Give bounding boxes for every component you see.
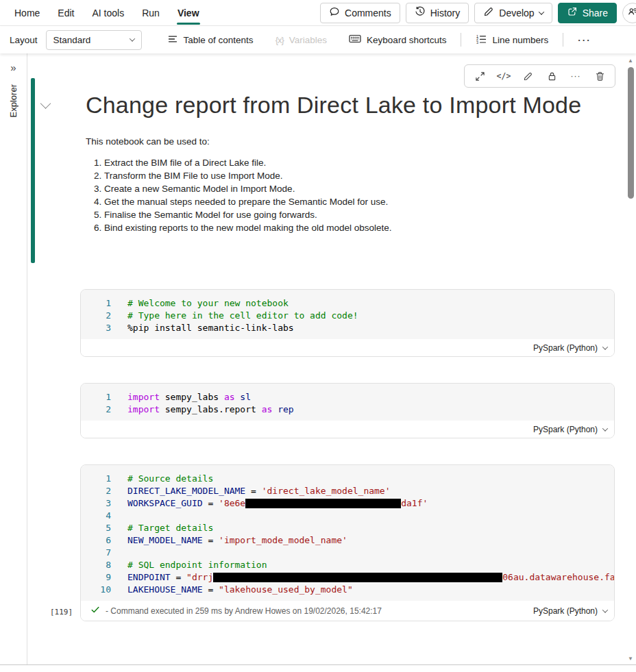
chevron-down-icon <box>40 98 51 109</box>
people-icon <box>626 5 636 20</box>
scroll-down-arrow[interactable]: ▼ <box>628 656 633 662</box>
menu-item-edit[interactable]: Edit <box>49 0 83 25</box>
people-button[interactable] <box>622 3 636 23</box>
line-numbers-label: Line numbers <box>492 35 548 45</box>
chevron-down-icon <box>129 36 134 41</box>
execution-count: [119] <box>50 608 73 617</box>
comment-icon <box>329 6 340 19</box>
chevron-down-icon <box>602 607 608 612</box>
markdown-intro: This notebook can be used to: <box>86 136 594 147</box>
layout-label: Layout <box>10 35 38 45</box>
code-line[interactable]: 1import sempy_labs as sl <box>81 391 614 403</box>
toolbar-separator <box>563 33 563 47</box>
code-line[interactable]: 4 <box>81 510 614 522</box>
line-number: 9 <box>81 571 111 584</box>
keyboard-shortcuts-label: Keyboard shortcuts <box>367 35 446 45</box>
code-line[interactable]: 3WORKSPACE_GUID = '8e6eda1f' <box>81 497 614 510</box>
code-editor[interactable]: 1import sempy_labs as sl2import sempy_la… <box>81 384 614 421</box>
code-line[interactable]: 5# Target details <box>81 522 614 534</box>
markdown-step: Extract the BIM file of a Direct Lake fi… <box>104 156 594 169</box>
scroll-up-arrow[interactable]: ▲ <box>628 58 633 64</box>
code-line[interactable]: 1# Source details <box>81 473 614 485</box>
code-line[interactable]: 7 <box>81 547 614 559</box>
menu-item-view[interactable]: View <box>169 0 208 25</box>
expand-pane-icon[interactable]: » <box>10 62 16 73</box>
share-button[interactable]: Share <box>558 3 617 23</box>
code-line[interactable]: 8# SQL endpoint information <box>81 559 614 571</box>
line-number: 7 <box>81 547 111 559</box>
language-picker[interactable]: PySpark (Python) <box>533 343 607 353</box>
expand-cell-icon[interactable] <box>470 69 489 84</box>
code-editor[interactable]: 1# Welcome to your new notebook2# Type h… <box>81 290 614 339</box>
cell-footer: - Command executed in 259 ms by Andrew H… <box>81 601 614 621</box>
develop-button-label: Develop <box>499 8 534 18</box>
line-number: 2 <box>81 403 111 416</box>
code-cell[interactable]: 1import sempy_labs as sl2import sempy_la… <box>80 383 615 438</box>
variables-button[interactable]: {x} Variables <box>268 29 334 50</box>
notebook-canvas: </> ··· Change report from Direct Lake t… <box>27 53 636 664</box>
code-line[interactable]: 1# Welcome to your new notebook <box>81 297 614 310</box>
code-line[interactable]: 3%pip install semantic-link-labs <box>81 322 614 334</box>
scrollbar-thumb[interactable] <box>628 67 634 199</box>
main-area: » Explorer </> ··· Change report from Di… <box>0 53 636 664</box>
cell-more-icon[interactable]: ··· <box>566 69 585 84</box>
code-cell[interactable]: 1# Welcome to your new notebook2# Type h… <box>80 289 615 357</box>
view-source-icon[interactable]: </> <box>494 69 513 84</box>
code-line[interactable]: 10LAKEHOUSE_NAME = "lakehouse_used_by_mo… <box>81 584 614 596</box>
code-line[interactable]: 9ENDPOINT = "drrj06au.datawarehouse.fabr… <box>81 571 614 584</box>
code-cell[interactable]: [119] 1# Source details2DIRECT_LAKE_MODE… <box>80 464 615 621</box>
explorer-pane-label[interactable]: Explorer <box>8 84 19 117</box>
toolbar-more-button[interactable]: ··· <box>570 29 599 50</box>
markdown-step: Bind existing reports to the new model m… <box>104 221 594 234</box>
cell-footer: PySpark (Python) <box>81 339 614 356</box>
code-line[interactable]: 2import sempy_labs.report as rep <box>81 403 614 416</box>
code-editor[interactable]: 1# Source details2DIRECT_LAKE_MODEL_NAME… <box>81 465 614 601</box>
success-check-icon <box>90 605 100 617</box>
line-number: 8 <box>81 559 111 571</box>
markdown-cell[interactable]: Change report from Direct Lake to Import… <box>31 78 606 263</box>
layout-dropdown[interactable]: Standard <box>46 30 142 50</box>
markdown-title: Change report from Direct Lake to Import… <box>86 87 594 123</box>
menu-item-run[interactable]: Run <box>133 0 169 25</box>
line-numbers-button[interactable]: 123 Line numbers <box>468 29 556 50</box>
variables-label: Variables <box>289 35 327 45</box>
notebook-bottom-edge <box>0 664 636 672</box>
menu-item-ai-tools[interactable]: AI tools <box>83 0 133 25</box>
language-picker[interactable]: PySpark (Python) <box>533 425 607 434</box>
develop-button[interactable]: Develop <box>474 3 552 23</box>
language-label: PySpark (Python) <box>533 425 598 434</box>
code-line[interactable]: 2DIRECT_LAKE_MODEL_NAME = 'direct_lake_m… <box>81 485 614 497</box>
menu-items: Home Edit AI tools Run View <box>5 0 208 25</box>
line-number: 1 <box>81 297 111 310</box>
code-cell-box: 1import sempy_labs as sl2import sempy_la… <box>80 383 615 438</box>
line-number: 2 <box>81 310 111 322</box>
code-line[interactable]: 2# Type here in the cell editor to add c… <box>81 310 614 322</box>
lock-cell-icon[interactable] <box>542 69 561 84</box>
line-number: 3 <box>81 497 111 510</box>
layout-dropdown-value: Standard <box>53 35 91 45</box>
edit-cell-icon[interactable] <box>518 69 537 84</box>
chevron-down-icon <box>602 425 608 431</box>
code-line[interactable]: 6NEW_MODEL_NAME = 'import_mode_model_nam… <box>81 534 614 547</box>
collapse-cell-button[interactable] <box>42 78 58 263</box>
keyboard-shortcuts-button[interactable]: Keyboard shortcuts <box>341 29 454 50</box>
markdown-step: Create a new Semantic Model in Import Mo… <box>104 182 594 195</box>
markdown-step: Get the manual steps needed to prepare t… <box>104 195 594 208</box>
menu-bar: Home Edit AI tools Run View Comments His… <box>0 0 636 26</box>
menu-item-home[interactable]: Home <box>5 0 49 25</box>
markdown-step: Finalise the Semantic Model for use goin… <box>104 208 594 221</box>
language-picker[interactable]: PySpark (Python) <box>533 606 607 616</box>
table-of-contents-button[interactable]: Table of contents <box>160 29 261 50</box>
selected-cell-indicator <box>31 78 35 263</box>
comments-button[interactable]: Comments <box>320 3 400 23</box>
explorer-collapsed-pane: » Explorer <box>0 53 27 664</box>
table-of-contents-label: Table of contents <box>184 35 254 45</box>
history-icon <box>415 6 426 19</box>
redaction-box <box>245 499 401 508</box>
delete-cell-icon[interactable] <box>590 69 609 84</box>
svg-text:3: 3 <box>476 40 478 44</box>
run-status: - Command executed in 259 ms by Andrew H… <box>90 605 382 617</box>
markdown-steps-list: Extract the BIM file of a Direct Lake fi… <box>86 156 594 234</box>
line-number: 6 <box>81 534 111 547</box>
history-button[interactable]: History <box>406 3 469 23</box>
